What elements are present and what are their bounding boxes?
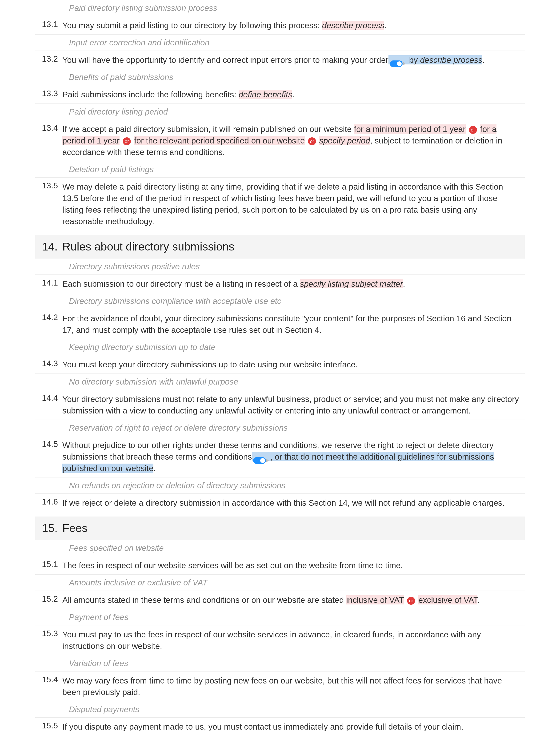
clause-number: 15.3 [35, 629, 62, 652]
section-number: 15. [35, 522, 62, 535]
clause-row: 14.3You must keep your directory submiss… [35, 355, 525, 374]
clause-text: inclusive of VAT [346, 595, 404, 604]
clause-text: Paid submissions include the following b… [62, 90, 239, 99]
clause-number: 13.1 [35, 19, 62, 31]
clause-text: . [153, 464, 156, 473]
subheading-row: Directory submissions positive rules [35, 258, 525, 275]
clause-row: 15.1The fees in respect of our website s… [35, 556, 525, 574]
subheading-row: Fees specified on website [35, 540, 525, 556]
subheading-row: Variation of fees [35, 655, 525, 671]
section-title: Fees [62, 522, 88, 535]
clause-body: Each submission to our directory must be… [62, 278, 525, 290]
clause-body: You must keep your directory submissions… [62, 359, 525, 370]
or-badge[interactable]: or [308, 137, 316, 145]
clause-text: . [384, 21, 387, 30]
clause-number: 13.2 [35, 54, 62, 65]
clause-body: If we reject or delete a directory submi… [62, 497, 525, 508]
clause-body: We may vary fees from time to time by po… [62, 675, 525, 698]
subheading-row: Benefits of paid submissions [35, 69, 525, 85]
clause-text: We may delete a paid directory listing a… [62, 182, 503, 226]
clause-number: 13.3 [35, 89, 62, 100]
clause-text: . [482, 55, 485, 64]
subheading-text: Deletion of paid listings [69, 165, 154, 174]
subheading-row: Keeping directory submission up to date [35, 339, 525, 355]
subheading-text: Paid directory listing submission proces… [69, 3, 217, 12]
or-badge[interactable]: or [469, 126, 477, 134]
clause-body: You must pay to us the fees in respect o… [62, 629, 525, 652]
placeholder-text: specify listing subject matter [300, 279, 403, 288]
clause-body: If we accept a paid directory submission… [62, 123, 525, 158]
subheading-text: No directory submission with unlawful pu… [69, 377, 238, 386]
subheading-text: Fees specified on website [69, 543, 164, 553]
clause-text: We may vary fees from time to time by po… [62, 676, 502, 697]
clause-number: 13.5 [35, 181, 62, 227]
section-number: 14. [35, 240, 62, 253]
placeholder-text: specify period [319, 136, 370, 145]
clause-row: 13.2You will have the opportunity to ide… [35, 50, 525, 69]
clause-row: 14.1Each submission to our directory mus… [35, 275, 525, 293]
clause-number: 14.6 [35, 497, 62, 508]
clause-number: 14.1 [35, 278, 62, 290]
clause-text: You must keep your directory submissions… [62, 360, 358, 369]
clause-body: We may delete a paid directory listing a… [62, 181, 525, 227]
clause-text: All amounts stated in these terms and co… [62, 595, 346, 604]
subheading-row: Deletion of paid listings [35, 161, 525, 177]
clause-body: All amounts stated in these terms and co… [62, 594, 525, 606]
clause-row: 14.2For the avoidance of doubt, your dir… [35, 309, 525, 339]
subheading-row: Disputed payments [35, 701, 525, 717]
clause-body: The fees in respect of our website servi… [62, 560, 525, 571]
subheading-text: Reservation of right to reject or delete… [69, 423, 288, 432]
subheading-text: Input error correction and identificatio… [69, 38, 209, 47]
clause-text: The fees in respect of our website servi… [62, 561, 403, 570]
subheading-row: Payment of fees [35, 609, 525, 625]
placeholder-text: define benefits [239, 90, 292, 99]
clause-number: 14.4 [35, 393, 62, 416]
expand-arrow-icon[interactable] [403, 62, 405, 65]
clause-text: Your directory submissions must not rela… [62, 395, 519, 415]
clause-row: 14.5Without prejudice to our other right… [35, 436, 525, 477]
clause-row: 13.4If we accept a paid directory submis… [35, 120, 525, 161]
clause-text: . [403, 279, 405, 288]
subheading-row: Input error correction and identificatio… [35, 34, 525, 50]
clause-number: 15.4 [35, 675, 62, 698]
clause-body: For the avoidance of doubt, your directo… [62, 313, 525, 336]
or-badge[interactable]: or [123, 137, 131, 145]
clause-number: 14.5 [35, 439, 62, 474]
clause-text: You will have the opportunity to identif… [62, 55, 389, 64]
subheading-row: Paid directory listing period [35, 104, 525, 120]
expand-arrow-icon[interactable] [266, 459, 269, 462]
subheading-text: No refunds on rejection or deletion of d… [69, 481, 285, 490]
clause-text: If we reject or delete a directory submi… [62, 498, 505, 507]
clause-text: You must pay to us the fees in respect o… [62, 630, 481, 650]
clause-body: Paid submissions include the following b… [62, 89, 525, 100]
clause-number: 14.3 [35, 359, 62, 370]
clause-text: . [292, 90, 295, 99]
clause-number: 15.5 [35, 721, 62, 732]
clause-body: Without prejudice to our other rights un… [62, 439, 525, 474]
subheading-text: Amounts inclusive or exclusive of VAT [69, 578, 207, 587]
subheading-text: Benefits of paid submissions [69, 72, 173, 82]
clause-row: 15.5If you dispute any payment made to u… [35, 717, 525, 736]
clause-text: For the avoidance of doubt, your directo… [62, 314, 511, 334]
subheading-row: Amounts inclusive or exclusive of VAT [35, 574, 525, 591]
section-header: 15.Fees [35, 516, 525, 540]
toggle-switch[interactable] [253, 454, 269, 461]
subheading-text: Keeping directory submission up to date [69, 342, 216, 351]
clause-row: 13.1You may submit a paid listing to our… [35, 16, 525, 34]
clause-text: You may submit a paid listing to our dir… [62, 21, 322, 30]
clause-text: . [477, 595, 480, 604]
clause-row: 15.3You must pay to us the fees in respe… [35, 625, 525, 655]
subheading-row: No directory submission with unlawful pu… [35, 374, 525, 390]
subheading-text: Payment of fees [69, 612, 128, 622]
clause-number: 15.2 [35, 594, 62, 606]
clause-text: exclusive of VAT [418, 595, 478, 604]
clause-row: 13.3Paid submissions include the followi… [35, 85, 525, 104]
toggle-switch[interactable] [390, 57, 405, 64]
clause-text: for the relevant period specified on our… [134, 136, 305, 145]
clause-text: If we accept a paid directory submission… [62, 124, 354, 134]
clause-text: If you dispute any payment made to us, y… [62, 722, 463, 731]
or-badge[interactable]: or [407, 597, 415, 605]
clause-row: 13.5We may delete a paid directory listi… [35, 177, 525, 230]
clause-body: You may submit a paid listing to our dir… [62, 19, 525, 31]
subheading-text: Variation of fees [69, 658, 128, 668]
